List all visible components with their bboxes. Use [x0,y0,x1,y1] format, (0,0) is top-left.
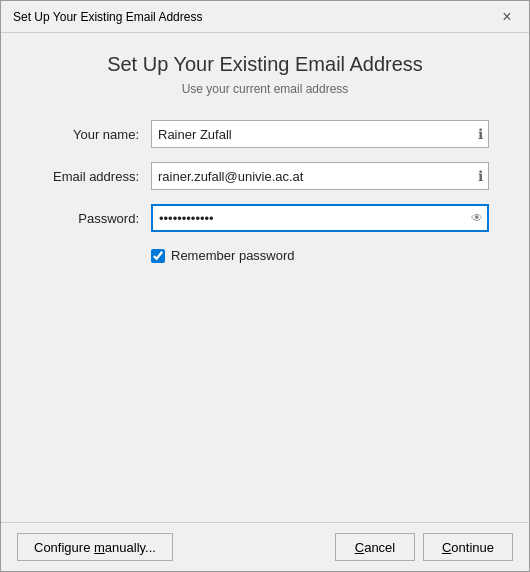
close-button[interactable]: × [497,7,517,27]
email-label: Email address: [41,169,151,184]
password-toggle-icon[interactable]: 👁 [471,211,483,225]
title-bar-text: Set Up Your Existing Email Address [13,10,202,24]
continue-label: Continue [442,540,494,555]
name-row: Your name: ℹ [41,120,489,148]
spacer [41,263,489,502]
remember-password-row: Remember password [151,248,489,263]
configure-manually-label: Configure manually... [34,540,156,555]
email-input-wrapper: ℹ [151,162,489,190]
footer-left: Configure manually... [17,533,173,561]
configure-manually-button[interactable]: Configure manually... [17,533,173,561]
cancel-button[interactable]: Cancel [335,533,415,561]
name-label: Your name: [41,127,151,142]
footer-right: Cancel Continue [335,533,513,561]
form-area: Your name: ℹ Email address: ℹ Password: [41,120,489,232]
password-input[interactable] [151,204,489,232]
name-input[interactable] [151,120,489,148]
dialog-content: Set Up Your Existing Email Address Use y… [1,33,529,522]
continue-button[interactable]: Continue [423,533,513,561]
email-info-icon[interactable]: ℹ [478,168,483,184]
title-bar: Set Up Your Existing Email Address × [1,1,529,33]
email-row: Email address: ℹ [41,162,489,190]
remember-checkbox[interactable] [151,249,165,263]
email-input[interactable] [151,162,489,190]
remember-label[interactable]: Remember password [171,248,295,263]
name-info-icon[interactable]: ℹ [478,126,483,142]
password-label: Password: [41,211,151,226]
name-input-wrapper: ℹ [151,120,489,148]
password-row: Password: 👁 [41,204,489,232]
dialog-footer: Configure manually... Cancel Continue [1,522,529,571]
dialog-header: Set Up Your Existing Email Address Use y… [41,53,489,96]
dialog: Set Up Your Existing Email Address × Set… [0,0,530,572]
password-input-wrapper: 👁 [151,204,489,232]
dialog-title: Set Up Your Existing Email Address [41,53,489,76]
cancel-label: Cancel [355,540,395,555]
dialog-subtitle: Use your current email address [41,82,489,96]
